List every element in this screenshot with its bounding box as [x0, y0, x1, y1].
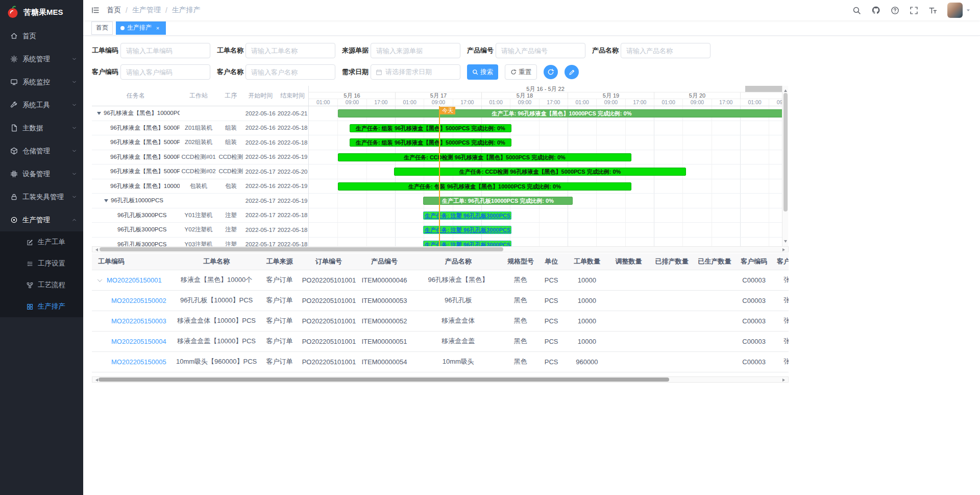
workorder-link[interactable]: MO202205150004: [111, 338, 166, 345]
gantt-task-row[interactable]: 96孔孔板3000PCSY01注塑机注塑2022-05-172022-05-18: [92, 208, 308, 223]
gantt-task-row[interactable]: 96孔移液盒【黑色】10000PCS包装机包装2022-05-162022-05…: [92, 179, 308, 194]
scroll-right-icon[interactable]: [782, 248, 787, 251]
sidebar-item-tools[interactable]: 系统工具: [0, 93, 83, 116]
user-menu[interactable]: [947, 3, 971, 18]
expand-caret-icon[interactable]: [97, 277, 103, 282]
tab-close-icon[interactable]: [154, 25, 161, 32]
workorder-link[interactable]: MO202205150005: [111, 358, 166, 366]
gantt-task-row[interactable]: 96孔移液盒【黑色】5000PCSCCD检测#01CCD检测2022-05-16…: [92, 150, 308, 165]
orders-horizontal-scrollbar[interactable]: [92, 376, 789, 383]
sidebar-item-gear[interactable]: 系统管理: [0, 48, 83, 70]
avatar[interactable]: [947, 3, 963, 18]
orders-column-header[interactable]: 工单数量: [567, 253, 606, 270]
orders-column-header[interactable]: 调整数量: [607, 253, 651, 270]
gantt-bar[interactable]: 生产任务: 注塑 96孔孔板3000PCS 完成比例: 0%: [423, 211, 511, 220]
orders-column-header[interactable]: 已排产数量: [650, 253, 693, 270]
gantt-bar[interactable]: 生产任务: CCD检测 96孔移液盒【黑色】5000PCS 完成比例: 0%: [394, 168, 686, 176]
help-button[interactable]: [891, 6, 899, 15]
sidebar-item-device[interactable]: 设备管理: [0, 162, 83, 185]
workorder-link[interactable]: MO202205150003: [111, 317, 166, 325]
filter-input[interactable]: [246, 43, 335, 58]
gantt-bar[interactable]: 生产任务: 包装 96孔移液盒【黑色】10000PCS 完成比例: 0%: [338, 182, 631, 191]
order-row[interactable]: MO202205150003移液盒盒体【10000】PCS客户订单PO20220…: [92, 311, 789, 331]
order-row[interactable]: MO202205150004移液盒盒盖【10000】PCS客户订单PO20220…: [92, 331, 789, 351]
orders-column-header[interactable]: 工单来源: [259, 253, 300, 270]
gantt-vertical-scrollbar[interactable]: [782, 86, 788, 246]
github-button[interactable]: [871, 6, 880, 15]
gantt-task-row[interactable]: 96孔孔板3000PCSY02注塑机注塑2022-05-172022-05-18: [92, 223, 308, 238]
scrollbar-thumb[interactable]: [100, 247, 503, 251]
orders-column-header[interactable]: 客户编码: [736, 253, 772, 270]
gantt-bar[interactable]: 生产工单: 96孔孔板10000PCS 完成比例: 0%: [423, 197, 573, 205]
order-row[interactable]: MO20220515000296孔孔板【10000】PCS客户订单PO20220…: [92, 290, 789, 311]
sidebar-item-lock[interactable]: 工装夹具管理: [0, 185, 83, 208]
scroll-up-icon[interactable]: [784, 88, 787, 92]
scroll-down-icon[interactable]: [784, 240, 787, 244]
filter-input[interactable]: [496, 43, 585, 58]
sidebar-item-document[interactable]: 主数据: [0, 116, 83, 139]
sidebar-item-production[interactable]: 生产管理: [0, 208, 83, 231]
sidebar-subitem-workorder[interactable]: 生产工单: [0, 231, 83, 253]
hamburger-icon[interactable]: [91, 6, 100, 14]
filter-input[interactable]: [246, 64, 335, 80]
gantt-bar[interactable]: 生产任务: 组装 96孔移液盒【黑色】5000PCS 完成比例: 0%: [350, 124, 511, 132]
gantt-task-row[interactable]: 96孔移液盒【黑色】5000PCSZ01组装机组装2022-05-162022-…: [92, 121, 308, 136]
gantt-horizontal-scrollbar[interactable]: [92, 246, 789, 252]
order-row[interactable]: MO20220515000510mm吸头【960000】PCS客户订单PO202…: [92, 351, 789, 372]
edit-circle-button[interactable]: [565, 65, 579, 79]
refresh-circle-button[interactable]: [544, 65, 558, 79]
orders-column-header[interactable]: 工单编码: [92, 253, 174, 270]
scrollbar-thumb[interactable]: [783, 93, 788, 211]
gantt-task-row[interactable]: 96孔孔板3000PCSY03注塑机注塑2022-05-172022-05-18: [92, 238, 308, 247]
app-logo[interactable]: 苦糖果MES: [0, 0, 83, 25]
reset-button[interactable]: 重置: [505, 64, 537, 80]
scrollbar-thumb[interactable]: [99, 378, 669, 382]
search-button[interactable]: 搜索: [467, 64, 498, 80]
scroll-left-icon[interactable]: [94, 379, 98, 382]
orders-column-header[interactable]: 产品名称: [411, 253, 506, 270]
orders-column-header[interactable]: 产品编号: [357, 253, 411, 270]
collapse-caret-icon[interactable]: [97, 112, 101, 117]
gantt-task-row[interactable]: 96孔移液盒【黑色】10000PCS2022-05-162022-05-21: [92, 106, 308, 121]
fullscreen-button[interactable]: [910, 6, 918, 15]
breadcrumb-item[interactable]: 首页: [107, 6, 121, 15]
orders-column-header[interactable]: 已生产数量: [693, 253, 736, 270]
filter-input[interactable]: [621, 43, 710, 58]
gantt-task-row[interactable]: 96孔移液盒【黑色】5000PCSZ02组装机组装2022-05-162022-…: [92, 135, 308, 150]
sidebar-subitem-process[interactable]: 工序设置: [0, 253, 83, 274]
workorder-link[interactable]: MO202205150002: [111, 297, 166, 304]
gantt-bar[interactable]: 生产工单: 96孔移液盒【黑色】10000PCS 完成比例: 0%: [338, 109, 782, 117]
filter-input[interactable]: [120, 64, 210, 80]
orders-column-header[interactable]: 规格型号: [505, 253, 535, 270]
filter-input[interactable]: [120, 43, 210, 58]
gantt-bar[interactable]: 生产任务: 注塑 96孔孔板3000PCS 完成比例: 0%: [423, 241, 511, 247]
orders-column-header[interactable]: 客户名称: [772, 253, 789, 270]
order-row[interactable]: MO202205150001移液盒【黑色】10000个客户订单PO2022051…: [92, 270, 789, 290]
sidebar-subitem-flow[interactable]: 工艺流程: [0, 274, 83, 296]
workorder-link[interactable]: MO202205150001: [107, 276, 162, 284]
gantt-task-row[interactable]: 96孔孔板10000PCS2022-05-172022-05-19: [92, 194, 308, 208]
font-size-button[interactable]: [928, 6, 937, 15]
sidebar-subitem-schedule[interactable]: 生产排产: [0, 296, 83, 317]
sidebar-item-warehouse[interactable]: 仓储管理: [0, 139, 83, 162]
scroll-left-icon[interactable]: [94, 248, 98, 251]
navbar-search-button[interactable]: [852, 6, 861, 15]
gantt-timeline-row: 生产任务: 包装 96孔移液盒【黑色】10000PCS 完成比例: 0%: [309, 179, 782, 194]
tab-home[interactable]: 首页: [91, 21, 113, 35]
gantt-bar[interactable]: 生产任务: 注塑 96孔孔板3000PCS 完成比例: 0%: [423, 226, 511, 234]
breadcrumb-item[interactable]: 生产排产: [172, 6, 201, 15]
collapse-caret-icon[interactable]: [104, 199, 108, 204]
orders-column-header[interactable]: 单位: [535, 253, 567, 270]
breadcrumb-item[interactable]: 生产管理: [132, 6, 161, 15]
filter-input[interactable]: [371, 43, 460, 58]
orders-column-header[interactable]: 工单名称: [174, 253, 259, 270]
gantt-bar[interactable]: 生产任务: CCD检测 96孔移液盒【黑色】5000PCS 完成比例: 0%: [338, 153, 631, 161]
gantt-task-row[interactable]: 96孔移液盒【黑色】5000PCSCCD检测#02CCD检测2022-05-17…: [92, 164, 308, 179]
demand-date-input[interactable]: 请选择需求日期: [371, 64, 460, 80]
scroll-right-icon[interactable]: [782, 379, 787, 382]
orders-column-header[interactable]: 订单编号: [300, 253, 358, 270]
gantt-bar[interactable]: 生产任务: 组装 96孔移液盒【黑色】5000PCS 完成比例: 0%: [350, 138, 511, 147]
tab-production-schedule[interactable]: 生产排产: [116, 21, 166, 35]
sidebar-item-home[interactable]: 首页: [0, 25, 83, 48]
sidebar-item-monitor[interactable]: 系统监控: [0, 70, 83, 93]
